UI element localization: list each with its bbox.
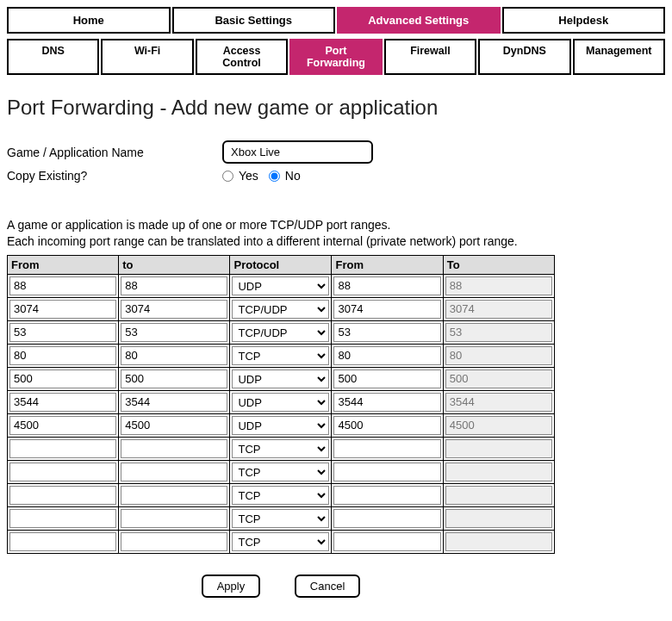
to-internal-input [445,346,552,365]
port-table-header-0: From [8,255,119,274]
port-table-header-1: to [119,255,230,274]
from-internal-input[interactable] [333,300,440,319]
sub-nav-item-management[interactable]: Management [573,39,665,75]
to-external-input[interactable] [121,532,227,551]
protocol-select[interactable]: TCPUDPTCP/UDP [232,509,329,528]
desc-line-1: A game or application is made up of one … [7,217,665,233]
from-internal-input[interactable] [333,509,440,528]
copy-radio-group: Yes No [222,169,308,183]
to-external-input[interactable] [121,463,227,481]
port-table-header-2: Protocol [230,255,332,274]
sub-nav-item-access-control[interactable]: Access Control [196,39,288,75]
to-external-input[interactable] [121,416,227,435]
protocol-select[interactable]: TCPUDPTCP/UDP [232,439,329,458]
copy-label: Copy Existing? [7,169,222,183]
protocol-select[interactable]: TCPUDPTCP/UDP [232,276,329,295]
to-internal-input [445,439,552,458]
from-internal-input[interactable] [333,393,440,412]
to-internal-input [445,532,552,551]
table-row: TCPUDPTCP/UDP [8,530,555,553]
top-nav-item-basic-settings[interactable]: Basic Settings [172,7,336,34]
to-external-input[interactable] [121,439,227,458]
top-nav-item-helpdesk[interactable]: Helpdesk [502,7,666,34]
to-external-input[interactable] [121,300,227,319]
from-external-input[interactable] [9,346,116,365]
table-row: TCPUDPTCP/UDP [8,506,555,530]
from-internal-input[interactable] [333,323,440,342]
sub-nav: DNSWi-FiAccess ControlPort ForwardingFir… [7,39,665,75]
to-external-input[interactable] [121,509,227,528]
to-internal-input [445,323,552,342]
to-internal-input [445,463,552,481]
top-nav-item-home[interactable]: Home [7,7,171,34]
protocol-select[interactable]: TCPUDPTCP/UDP [232,532,329,551]
name-input[interactable] [222,140,373,164]
table-row: TCPUDPTCP/UDP [8,297,555,320]
sub-nav-item-firewall[interactable]: Firewall [384,39,476,75]
to-external-input[interactable] [121,369,227,388]
table-row: TCPUDPTCP/UDP [8,320,555,344]
protocol-select[interactable]: TCPUDPTCP/UDP [232,463,329,481]
page-title: Port Forwarding - Add new game or applic… [7,96,665,120]
protocol-select[interactable]: TCPUDPTCP/UDP [232,486,329,505]
from-external-input[interactable] [9,509,116,528]
sub-nav-item-dyndns[interactable]: DynDNS [478,39,570,75]
from-internal-input[interactable] [333,369,440,388]
port-table-head: FromtoProtocolFromTo [8,255,555,274]
from-external-input[interactable] [9,369,116,388]
top-nav-item-advanced-settings[interactable]: Advanced Settings [337,7,501,34]
from-external-input[interactable] [9,323,116,342]
protocol-select[interactable]: TCPUDPTCP/UDP [232,300,329,319]
copy-yes-radio[interactable] [222,171,233,182]
table-row: TCPUDPTCP/UDP [8,390,555,413]
from-external-input[interactable] [9,416,116,435]
port-table-header-3: From [332,255,443,274]
apply-button[interactable]: Apply [202,574,261,598]
from-external-input[interactable] [9,276,116,295]
from-internal-input[interactable] [333,346,440,365]
from-internal-input[interactable] [333,532,440,551]
sub-nav-item-wi-fi[interactable]: Wi-Fi [101,39,193,75]
from-external-input[interactable] [9,463,116,481]
name-label: Game / Application Name [7,146,222,159]
port-table-body: TCPUDPTCP/UDPTCPUDPTCP/UDPTCPUDPTCP/UDPT… [8,274,555,553]
form-row-copy: Copy Existing? Yes No [7,169,665,183]
sub-nav-item-dns[interactable]: DNS [7,39,99,75]
button-row: Apply Cancel [7,574,555,598]
to-external-input[interactable] [121,393,227,412]
to-internal-input [445,276,552,295]
to-external-input[interactable] [121,276,227,295]
table-row: TCPUDPTCP/UDP [8,367,555,390]
to-external-input[interactable] [121,346,227,365]
to-external-input[interactable] [121,486,227,505]
from-external-input[interactable] [9,532,116,551]
port-table-header-4: To [443,255,554,274]
from-external-input[interactable] [9,439,116,458]
from-internal-input[interactable] [333,486,440,505]
copy-yes-label[interactable]: Yes [239,169,258,183]
from-external-input[interactable] [9,393,116,412]
from-external-input[interactable] [9,486,116,505]
sub-nav-item-port-forwarding[interactable]: Port Forwarding [289,39,382,75]
protocol-select[interactable]: TCPUDPTCP/UDP [232,369,329,388]
protocol-select[interactable]: TCPUDPTCP/UDP [232,323,329,342]
from-external-input[interactable] [9,300,116,319]
protocol-select[interactable]: TCPUDPTCP/UDP [232,416,329,435]
from-internal-input[interactable] [333,416,440,435]
from-internal-input[interactable] [333,276,440,295]
form-row-name: Game / Application Name [7,140,665,164]
description: A game or application is made up of one … [7,217,665,250]
to-internal-input [445,509,552,528]
port-table-header-row: FromtoProtocolFromTo [8,255,555,274]
protocol-select[interactable]: TCPUDPTCP/UDP [232,346,329,365]
from-internal-input[interactable] [333,439,440,458]
copy-no-radio[interactable] [269,171,280,182]
protocol-select[interactable]: TCPUDPTCP/UDP [232,393,329,412]
from-internal-input[interactable] [333,463,440,481]
copy-no-label[interactable]: No [285,169,301,183]
to-internal-input [445,486,552,505]
to-external-input[interactable] [121,323,227,342]
to-internal-input [445,300,552,319]
table-row: TCPUDPTCP/UDP [8,437,555,460]
cancel-button[interactable]: Cancel [295,574,360,598]
